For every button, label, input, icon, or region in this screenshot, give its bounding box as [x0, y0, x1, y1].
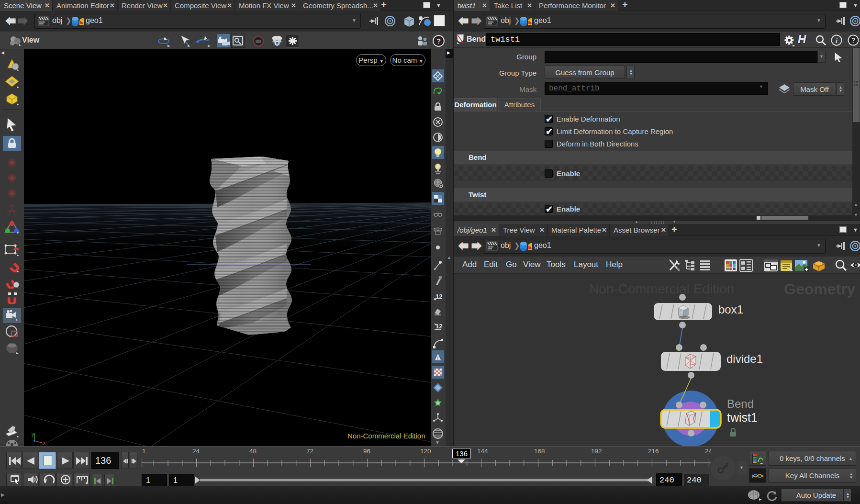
- svg-text:?: ?: [436, 37, 441, 45]
- svg-text:48: 48: [249, 448, 257, 455]
- svg-text:144: 144: [477, 448, 488, 455]
- svg-text:12: 12: [436, 323, 442, 330]
- svg-text:y: y: [32, 431, 34, 437]
- svg-text:1: 1: [142, 448, 146, 455]
- svg-text:i: i: [836, 37, 838, 45]
- svg-text:12: 12: [436, 293, 442, 300]
- svg-text:240: 240: [705, 448, 711, 455]
- svg-text:168: 168: [534, 448, 545, 455]
- svg-text:192: 192: [591, 448, 602, 455]
- svg-text:?: ?: [851, 36, 856, 44]
- svg-text:96: 96: [363, 448, 370, 455]
- svg-text:120: 120: [420, 448, 431, 455]
- svg-text:x: x: [43, 440, 46, 446]
- svg-text:24: 24: [192, 448, 200, 455]
- svg-text:72: 72: [306, 448, 313, 455]
- svg-text:216: 216: [648, 448, 659, 455]
